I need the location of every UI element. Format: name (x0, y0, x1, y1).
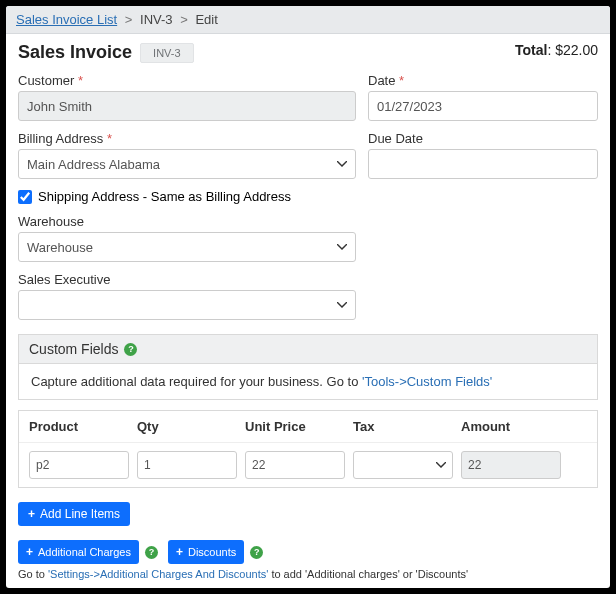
salesexec-label: Sales Executive (18, 272, 356, 287)
help-link[interactable]: 'Settings->Additional Charges And Discou… (48, 568, 268, 580)
billing-select[interactable]: Main Address Alabama (18, 149, 356, 179)
breadcrumb-sep-1: > (125, 12, 133, 27)
warehouse-select[interactable]: Warehouse (18, 232, 356, 262)
info-icon[interactable]: ? (250, 546, 263, 559)
amount-input (461, 451, 561, 479)
col-qty: Qty (137, 419, 237, 434)
ship-same-label: Shipping Address - Same as Billing Addre… (38, 189, 291, 204)
breadcrumb-root-link[interactable]: Sales Invoice List (16, 12, 117, 27)
breadcrumb-mode: Edit (195, 12, 217, 27)
total-display: Total: $22.00 (515, 42, 598, 58)
plus-icon: + (176, 545, 183, 559)
product-input[interactable] (29, 451, 129, 479)
breadcrumb-id: INV-3 (140, 12, 173, 27)
breadcrumb-sep-2: > (180, 12, 188, 27)
warehouse-label: Warehouse (18, 214, 356, 229)
due-date-input[interactable] (368, 149, 598, 179)
custom-fields-link[interactable]: 'Tools->Custom Fields' (362, 374, 492, 389)
add-line-items-button[interactable]: + Add Line Items (18, 502, 130, 526)
salesexec-select[interactable] (18, 290, 356, 320)
date-label: Date * (368, 73, 598, 88)
discounts-button[interactable]: + Discounts (168, 540, 244, 564)
ship-same-checkbox[interactable] (18, 190, 32, 204)
table-row (19, 443, 597, 487)
col-tax: Tax (353, 419, 453, 434)
custom-fields-text: Capture additional data required for you… (31, 374, 362, 389)
col-product: Product (29, 419, 129, 434)
custom-fields-panel: Custom Fields ? Capture additional data … (18, 334, 598, 400)
custom-fields-title: Custom Fields (29, 341, 118, 357)
billing-label: Billing Address * (18, 131, 356, 146)
info-icon[interactable]: ? (124, 343, 137, 356)
line-items-table: Product Qty Unit Price Tax Amount (18, 410, 598, 488)
plus-icon: + (26, 545, 33, 559)
help-text: Go to 'Settings->Additional Charges And … (18, 568, 598, 580)
customer-input[interactable] (18, 91, 356, 121)
col-unit: Unit Price (245, 419, 345, 434)
tax-select[interactable] (353, 451, 453, 479)
info-icon[interactable]: ? (145, 546, 158, 559)
col-amount: Amount (461, 419, 561, 434)
total-label: Total (515, 42, 547, 58)
total-value: $22.00 (555, 42, 598, 58)
breadcrumb: Sales Invoice List > INV-3 > Edit (6, 6, 610, 34)
qty-input[interactable] (137, 451, 237, 479)
customer-label: Customer * (18, 73, 356, 88)
due-date-label: Due Date (368, 131, 598, 146)
unit-price-input[interactable] (245, 451, 345, 479)
invoice-badge: INV-3 (140, 43, 194, 63)
plus-icon: + (28, 507, 35, 521)
page-title: Sales Invoice (18, 42, 132, 63)
date-input[interactable] (368, 91, 598, 121)
additional-charges-button[interactable]: + Additional Charges (18, 540, 139, 564)
